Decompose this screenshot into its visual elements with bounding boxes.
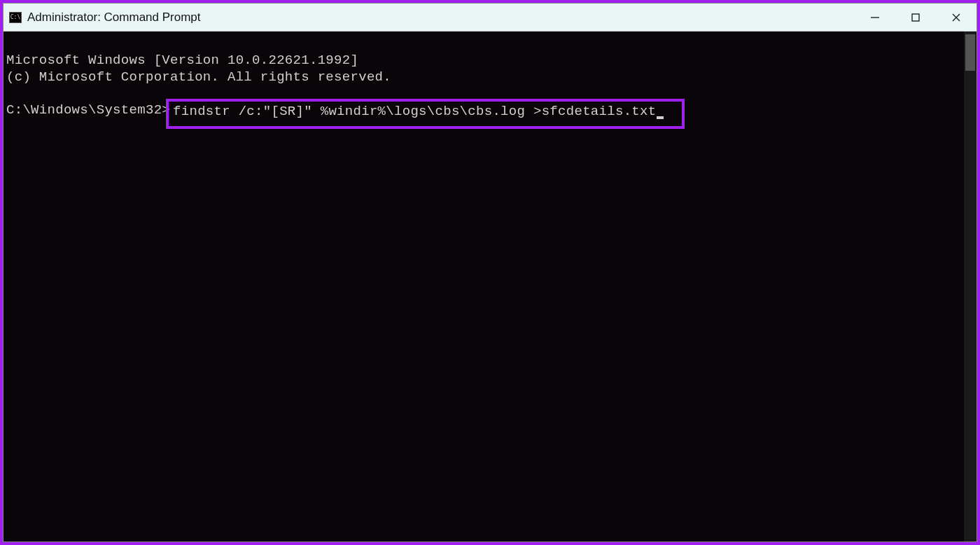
minimize-button[interactable] xyxy=(855,4,895,31)
scrollbar-thumb[interactable] xyxy=(965,34,975,71)
terminal-content: Microsoft Windows [Version 10.0.22621.19… xyxy=(4,32,976,163)
titlebar-left: C:\ Administrator: Command Prompt xyxy=(9,11,201,25)
command-highlight-box: findstr /c:"[SR]" %windir%\logs\cbs\cbs.… xyxy=(166,99,685,129)
window-title: Administrator: Command Prompt xyxy=(27,11,201,25)
vertical-scrollbar[interactable] xyxy=(964,32,976,541)
text-cursor xyxy=(657,116,664,119)
terminal-line-version: Microsoft Windows [Version 10.0.22621.19… xyxy=(6,53,358,68)
svg-rect-1 xyxy=(912,14,919,21)
close-button[interactable] xyxy=(936,4,976,31)
cmd-icon-text: C:\ xyxy=(10,15,20,20)
window-controls xyxy=(855,4,976,31)
maximize-icon xyxy=(911,13,920,22)
cmd-icon: C:\ xyxy=(9,12,22,23)
titlebar[interactable]: C:\ Administrator: Command Prompt xyxy=(4,4,976,32)
prompt-path: C:\Windows\System32> xyxy=(6,102,170,119)
close-icon xyxy=(951,13,961,22)
command-text: findstr /c:"[SR]" %windir%\logs\cbs\cbs.… xyxy=(173,104,656,119)
command-prompt-window: C:\ Administrator: Command Prompt Micros… xyxy=(3,3,977,542)
terminal-area[interactable]: Microsoft Windows [Version 10.0.22621.19… xyxy=(4,32,976,541)
minimize-icon xyxy=(870,13,880,22)
terminal-line-copyright: (c) Microsoft Corporation. All rights re… xyxy=(6,69,391,85)
maximize-button[interactable] xyxy=(895,4,936,31)
prompt-line: C:\Windows\System32>findstr /c:"[SR]" %w… xyxy=(6,102,976,129)
